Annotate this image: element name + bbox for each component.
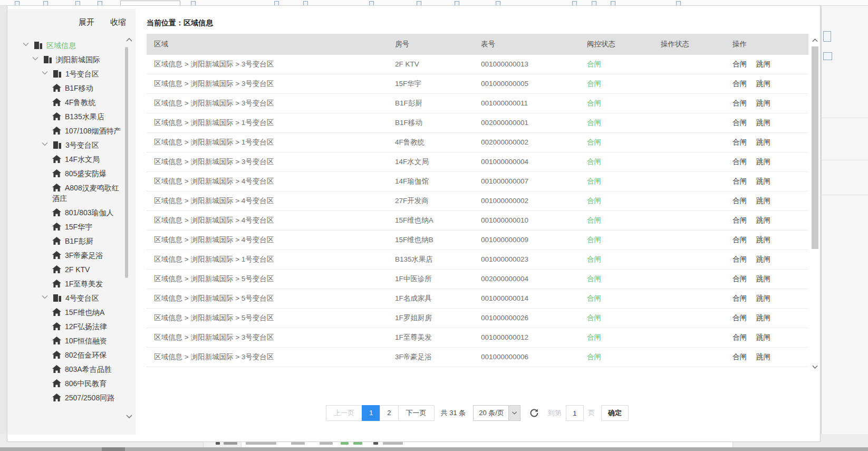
trip-switch-action[interactable]: 跳闸 xyxy=(756,119,770,127)
trip-switch-action[interactable]: 跳闸 xyxy=(756,99,770,107)
close-switch-action[interactable]: 合闸 xyxy=(732,80,747,88)
trip-switch-action[interactable]: 跳闸 xyxy=(756,333,770,341)
tree-node-label: 4F鲁教统 xyxy=(65,98,95,107)
tree-branch-node[interactable]: 4号变台区 xyxy=(7,291,122,305)
tree-leaf-node[interactable]: 801/803瑜伽人 xyxy=(7,206,122,220)
sidebar-scroll-down-icon[interactable] xyxy=(125,414,133,421)
close-switch-action[interactable]: 合闸 xyxy=(732,177,747,185)
tree-leaf-node[interactable]: B135水果店 xyxy=(7,110,122,124)
collapse-all-button[interactable]: 收缩 xyxy=(110,17,126,26)
close-switch-action[interactable]: 合闸 xyxy=(732,314,747,322)
operation-status-cell xyxy=(653,231,725,250)
page-size-select[interactable]: 20 条/页 xyxy=(473,405,520,421)
meter-number-cell: 001000000009 xyxy=(474,231,580,250)
close-switch-action[interactable]: 合闸 xyxy=(732,216,747,224)
trip-switch-action[interactable]: 跳闸 xyxy=(756,294,770,302)
column-header-op-status: 操作状态 xyxy=(653,34,725,55)
tree-node-label: 10F恒信融资 xyxy=(65,337,107,345)
trip-switch-action[interactable]: 跳闸 xyxy=(756,236,770,244)
trip-switch-action[interactable]: 跳闸 xyxy=(756,353,770,361)
tree-leaf-node[interactable]: A808汉麦鸣歌红酒庄 xyxy=(7,181,122,206)
tree-node-label: 801/803瑜伽人 xyxy=(65,208,114,217)
column-header-region: 区域 xyxy=(147,34,388,55)
close-switch-action[interactable]: 合闸 xyxy=(732,353,747,361)
tree-leaf-node[interactable]: B1F移动 xyxy=(7,81,122,95)
tree-leaf-node[interactable]: 2507/2508同路 xyxy=(7,391,122,405)
tree-node-label: 802佰金环保 xyxy=(65,351,107,359)
tree-leaf-node[interactable]: 806中民教育 xyxy=(7,377,122,391)
close-switch-action[interactable]: 合闸 xyxy=(732,138,747,146)
page-button-1[interactable]: 1 xyxy=(362,405,380,421)
tree-branch-node[interactable]: 3号变台区 xyxy=(7,138,122,152)
close-switch-action[interactable]: 合闸 xyxy=(732,119,747,127)
page-button-2[interactable]: 2 xyxy=(380,405,398,421)
tree-leaf-node[interactable]: 4F鲁教统 xyxy=(7,95,122,110)
sidebar-scroll-up-icon[interactable] xyxy=(125,36,133,44)
tree-branch-node[interactable]: 1号变台区 xyxy=(7,67,122,81)
room-cell: 14F水文局 xyxy=(388,152,474,171)
close-switch-action[interactable]: 合闸 xyxy=(732,255,747,263)
trip-switch-action[interactable]: 跳闸 xyxy=(756,275,770,283)
close-switch-action[interactable]: 合闸 xyxy=(732,197,747,205)
close-switch-action[interactable]: 合闸 xyxy=(732,333,747,341)
trip-switch-action[interactable]: 跳闸 xyxy=(756,314,770,322)
tree-leaf-node[interactable]: 107/108烟酒特产 xyxy=(7,124,122,138)
close-switch-action[interactable]: 合闸 xyxy=(732,294,747,302)
jump-page-input[interactable] xyxy=(566,405,584,421)
tree-leaf-node[interactable]: B1F彭厨 xyxy=(7,234,122,248)
building-icon xyxy=(53,70,62,78)
tree-leaf-node[interactable]: 805盛安防爆 xyxy=(7,167,122,181)
trip-switch-action[interactable]: 跳闸 xyxy=(756,177,770,185)
tree-leaf-node[interactable]: 15F维也纳A xyxy=(7,305,122,320)
tree-leaf-node[interactable]: 2F KTV xyxy=(7,263,122,277)
valve-status-cell: 合闸 xyxy=(580,133,653,152)
chevron-down-icon[interactable] xyxy=(41,141,50,148)
chevron-down-icon[interactable] xyxy=(32,56,40,62)
expand-all-button[interactable]: 展开 xyxy=(79,17,94,26)
chevron-down-icon[interactable] xyxy=(22,42,31,48)
trip-switch-action[interactable]: 跳闸 xyxy=(756,197,770,205)
room-cell: 15F华宇 xyxy=(388,74,474,93)
tree-node-label: 14F水文局 xyxy=(65,155,100,164)
close-switch-action[interactable]: 合闸 xyxy=(732,99,747,107)
prev-page-button[interactable]: 上一页 xyxy=(326,405,362,421)
table-scrollbar-thumb[interactable] xyxy=(812,46,818,249)
region-info-panel: 展开 收缩 区域信息浏阳新城国际1号变台区B1F移动4F鲁教统B135水果店10… xyxy=(7,5,821,442)
table-row: 区域信息 > 浏阳新城国际 > 4号变台区14F瑜伽馆001000000007合… xyxy=(147,172,808,191)
valve-status-cell: 合闸 xyxy=(580,94,653,113)
table-scroll-up-icon[interactable] xyxy=(811,37,819,44)
background-icon xyxy=(823,52,832,60)
chevron-down-icon[interactable] xyxy=(41,294,50,301)
trip-switch-action[interactable]: 跳闸 xyxy=(756,80,770,88)
close-switch-action[interactable]: 合闸 xyxy=(732,236,747,244)
tree-leaf-node[interactable]: 802佰金环保 xyxy=(7,348,122,362)
tree-leaf-node[interactable]: 3F帝豪足浴 xyxy=(7,248,122,263)
meter-number-cell: 001000000023 xyxy=(474,250,580,269)
table-row: 区域信息 > 浏阳新城国际 > 4号变台区15F维也纳A001000000010… xyxy=(147,211,808,231)
trip-switch-action[interactable]: 跳闸 xyxy=(756,158,770,166)
trip-switch-action[interactable]: 跳闸 xyxy=(756,60,770,68)
close-switch-action[interactable]: 合闸 xyxy=(732,275,747,283)
next-page-button[interactable]: 下一页 xyxy=(398,405,435,421)
close-switch-action[interactable]: 合闸 xyxy=(732,158,747,166)
trip-switch-action[interactable]: 跳闸 xyxy=(756,255,770,263)
tree-leaf-node[interactable]: 803A希吉品胜 xyxy=(7,362,122,377)
confirm-button[interactable]: 确定 xyxy=(601,405,629,421)
chevron-down-icon[interactable] xyxy=(41,70,50,76)
tree-leaf-node[interactable]: 15F华宇 xyxy=(7,220,122,234)
valve-status-cell: 合闸 xyxy=(580,152,653,171)
tree-branch-node[interactable]: 浏阳新城国际 xyxy=(7,53,122,67)
trip-switch-action[interactable]: 跳闸 xyxy=(756,216,770,224)
close-switch-action[interactable]: 合闸 xyxy=(732,60,747,68)
tree-leaf-node[interactable]: 10F恒信融资 xyxy=(7,334,122,348)
table-scroll-down-icon[interactable] xyxy=(811,364,819,371)
tree-leaf-node[interactable]: 12F弘扬法律 xyxy=(7,320,122,334)
tree-leaf-node[interactable]: 14F水文局 xyxy=(7,152,122,167)
tree-leaf-node[interactable]: 1F至尊美发 xyxy=(7,277,122,291)
tree-branch-node[interactable]: 区域信息 xyxy=(7,39,122,53)
table-row: 区域信息 > 浏阳新城国际 > 5号变台区1F名成家具001000000014合… xyxy=(147,289,808,309)
trip-switch-action[interactable]: 跳闸 xyxy=(756,138,770,146)
region-cell: 区域信息 > 浏阳新城国际 > 4号变台区 xyxy=(147,231,388,250)
sidebar-scrollbar-thumb[interactable] xyxy=(125,47,128,278)
refresh-icon[interactable] xyxy=(529,408,539,418)
